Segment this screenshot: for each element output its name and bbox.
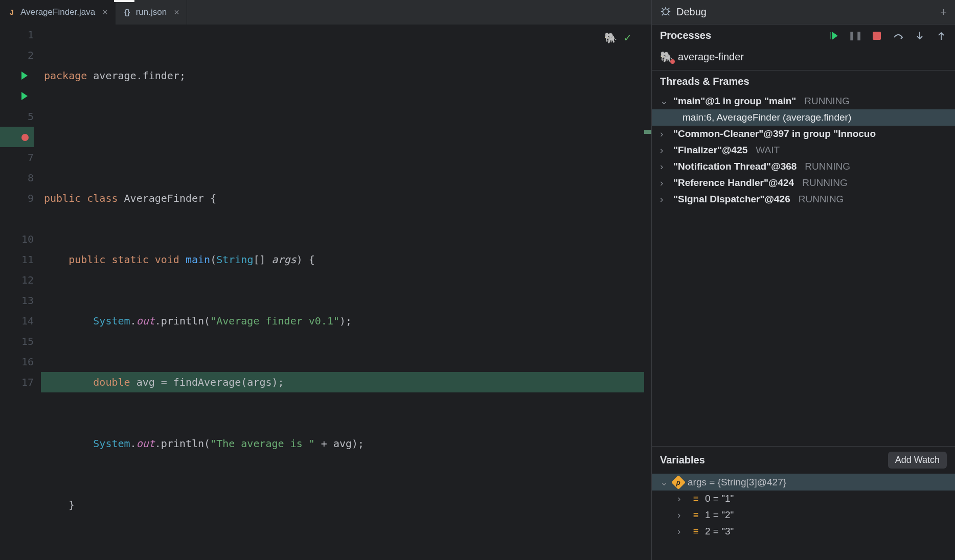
variable-row[interactable]: › ≡ 2 = "3" xyxy=(652,523,955,540)
debug-header: Debug + xyxy=(652,0,955,25)
line-number: 17 xyxy=(0,372,34,392)
threads-list: ⌄ "main"@1 in group "main" RUNNING main:… xyxy=(652,92,955,207)
line-number: 14 xyxy=(0,311,34,331)
thread-row[interactable]: › "Signal Dispatcher"@426 RUNNING xyxy=(652,191,955,207)
variable-label: args = {String[3]@427} xyxy=(688,477,786,488)
thread-row[interactable]: › "Finalizer"@425 WAIT xyxy=(652,142,955,158)
svg-point-0 xyxy=(663,9,669,14)
variables-list: ⌄ p args = {String[3]@427} › ≡ 0 = "1" ›… xyxy=(652,474,955,560)
editor-body[interactable]: 🐘 ✓ 1 2 5 7 8 9 10 11 12 13 14 15 16 17 … xyxy=(0,25,651,560)
line-number xyxy=(0,65,34,86)
variable-row[interactable]: › ≡ 1 = "2" xyxy=(652,507,955,523)
variable-row[interactable]: › ≡ 0 = "1" xyxy=(652,491,955,507)
threads-label: Threads & Frames xyxy=(652,70,955,92)
thread-row[interactable]: ⌄ "main"@1 in group "main" RUNNING xyxy=(652,92,955,109)
gradle-run-icon: 🐘 xyxy=(660,51,673,63)
thread-row[interactable]: › "Common-Cleaner"@397 in group "Innocuo xyxy=(652,126,955,142)
java-file-icon: J xyxy=(7,8,16,17)
variables-label: Variables xyxy=(660,454,705,466)
bug-icon xyxy=(660,5,671,19)
chevron-right-icon: › xyxy=(660,161,669,172)
tab-averagefinder[interactable]: J AverageFinder.java × xyxy=(0,0,116,25)
minimap-mark xyxy=(644,130,651,134)
line-number xyxy=(0,208,34,229)
editor-pane: J AverageFinder.java × {} run.json × 🐘 ✓… xyxy=(0,0,651,560)
chevron-right-icon: › xyxy=(660,194,669,205)
variable-row[interactable]: ⌄ p args = {String[3]@427} xyxy=(652,474,955,491)
thread-row[interactable]: › "Reference Handler"@424 RUNNING xyxy=(652,175,955,191)
tab-label: run.json xyxy=(136,7,167,17)
minimap[interactable] xyxy=(644,25,651,560)
close-icon[interactable]: × xyxy=(174,7,179,18)
gradle-icon[interactable]: 🐘 xyxy=(604,28,617,48)
line-number: 7 xyxy=(0,147,34,168)
tab-runjson[interactable]: {} run.json × xyxy=(116,0,187,25)
line-number: 9 xyxy=(0,188,34,208)
thread-row[interactable]: › "Notification Thread"@368 RUNNING xyxy=(652,158,955,175)
array-element-icon: ≡ xyxy=(691,494,701,504)
line-number: 5 xyxy=(0,106,34,127)
debug-pane: Debug + Processes ❚❚ 🐘 average-finder Th… xyxy=(651,0,955,560)
close-icon[interactable]: × xyxy=(102,7,108,18)
line-number: 15 xyxy=(0,331,34,352)
line-number: 10 xyxy=(0,229,34,249)
run-icon[interactable] xyxy=(21,92,29,100)
step-over-icon[interactable] xyxy=(893,30,904,41)
frame-row[interactable]: main:6, AverageFinder (average.finder) xyxy=(652,109,955,126)
step-into-icon[interactable] xyxy=(914,30,925,41)
line-number: 2 xyxy=(0,45,34,65)
line-number xyxy=(0,127,34,147)
gutter[interactable]: 1 2 5 7 8 9 10 11 12 13 14 15 16 17 xyxy=(0,25,41,560)
line-number: 13 xyxy=(0,290,34,311)
line-number: 11 xyxy=(0,249,34,270)
line-number xyxy=(0,86,34,106)
array-element-icon: ≡ xyxy=(691,510,701,520)
line-number: 16 xyxy=(0,352,34,372)
add-watch-button[interactable]: Add Watch xyxy=(888,452,947,469)
process-item[interactable]: 🐘 average-finder xyxy=(652,46,955,70)
variable-label: 1 = "2" xyxy=(705,509,734,521)
processes-label: Processes xyxy=(660,30,711,41)
tab-label: AverageFinder.java xyxy=(20,7,95,17)
variable-label: 0 = "1" xyxy=(705,493,734,504)
editor-inspections: 🐘 ✓ xyxy=(604,28,631,48)
add-config-icon[interactable]: + xyxy=(940,6,947,19)
json-file-icon: {} xyxy=(123,8,132,17)
svg-rect-1 xyxy=(873,32,881,40)
chevron-down-icon: ⌄ xyxy=(660,95,669,107)
debug-title: Debug xyxy=(676,6,707,18)
breakpoint-icon[interactable] xyxy=(21,134,29,141)
chevron-right-icon: › xyxy=(660,177,669,189)
check-icon[interactable]: ✓ xyxy=(624,28,631,48)
variables-header: Variables Add Watch xyxy=(652,446,955,474)
step-out-icon[interactable] xyxy=(936,30,947,41)
pause-icon[interactable]: ❚❚ xyxy=(850,30,861,41)
tab-bar: J AverageFinder.java × {} run.json × xyxy=(0,0,651,25)
line-number: 12 xyxy=(0,270,34,290)
line-number: 1 xyxy=(0,25,34,45)
code-area[interactable]: package average.finder; public class Ave… xyxy=(41,25,644,560)
processes-header: Processes ❚❚ xyxy=(652,25,955,46)
stop-icon[interactable] xyxy=(871,30,882,41)
resume-icon[interactable] xyxy=(828,30,839,41)
chevron-right-icon: › xyxy=(660,128,669,139)
process-name: average-finder xyxy=(678,51,744,63)
chevron-down-icon: ⌄ xyxy=(660,476,669,488)
array-element-icon: ≡ xyxy=(691,526,701,536)
chevron-right-icon: › xyxy=(677,526,687,537)
line-number: 8 xyxy=(0,168,34,188)
debug-controls: ❚❚ xyxy=(828,30,947,41)
variable-label: 2 = "3" xyxy=(705,526,734,537)
chevron-right-icon: › xyxy=(677,493,687,504)
tab-indicator xyxy=(114,0,134,2)
run-icon[interactable] xyxy=(21,72,29,80)
chevron-right-icon: › xyxy=(677,509,687,521)
chevron-right-icon: › xyxy=(660,145,669,156)
param-icon: p xyxy=(671,475,686,489)
